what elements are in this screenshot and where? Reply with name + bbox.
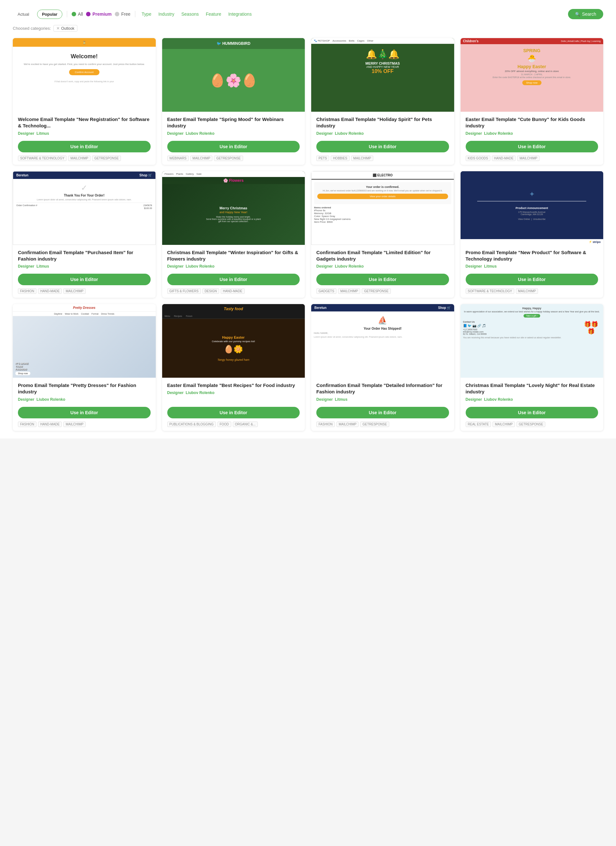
card-4-use-btn[interactable]: Use in Editor	[466, 141, 598, 152]
card-8: ✦ Product Announcement 175 Massachusetts…	[461, 171, 604, 298]
search-label: Search	[582, 12, 596, 17]
tag-remove-icon[interactable]: ✕	[56, 26, 60, 31]
category-tag-outlook[interactable]: ✕ Outlook	[53, 25, 77, 32]
night-contact: Contact Us 📘 🐦 📷 🔗 🎵 +12 34567890 info@m…	[463, 321, 580, 375]
card-1-designer-link[interactable]: Litmus	[37, 131, 49, 136]
card-4-body-text: Easter Email Template "Cute Bunny" for K…	[461, 112, 604, 139]
search-button[interactable]: 🔍 Search	[568, 9, 603, 19]
night-body-row: Contact Us 📘 🐦 📷 🔗 🎵 +12 34567890 info@m…	[463, 321, 601, 375]
recipes-body: Happy Easter Celebrate with our yummy re…	[162, 319, 305, 378]
card-1: ⏳ Welcome! We're excited to have you get…	[13, 38, 156, 165]
toggle-all-label: All	[78, 12, 83, 17]
tag: MAILCHIMP	[68, 156, 91, 161]
card-9-use-btn[interactable]: Use in Editor	[18, 407, 151, 418]
card-1-preview: ⏳ Welcome! We're excited to have you get…	[13, 38, 156, 112]
bells-icon: 🔔🎄🔔	[366, 49, 399, 60]
confirm-body: Your order is confirmed. Hi Jon, we've r…	[311, 179, 454, 244]
card-2-designer: Designer Liubov Rolenko	[167, 131, 300, 136]
filter-seasons[interactable]: Seasons	[179, 12, 201, 17]
beretun-shop: Shop 🛒	[139, 174, 152, 177]
card-12-use-btn[interactable]: Use in Editor	[466, 407, 598, 418]
card-9-tags: FASHION HAND-MADE MAILCHIMP	[13, 422, 156, 431]
card-9-designer-link[interactable]: Liubov Rolenko	[37, 397, 65, 402]
card-2-header: 🐦 HUMMINGBIRD	[162, 38, 305, 49]
tag: MAILCHIMP	[63, 422, 86, 427]
tag: GETRESPONSE	[92, 156, 121, 161]
card-5-use-btn[interactable]: Use in Editor	[18, 274, 151, 285]
card-3-body: Christmas Email Template "Holiday Spirit…	[311, 112, 454, 139]
pretty-header: Pretty Dresses	[13, 304, 156, 312]
card-8-use-btn[interactable]: Use in Editor	[466, 274, 598, 285]
tab-popular[interactable]: Popular	[37, 10, 62, 19]
beretun-body: ✓ Thank You For Your Order! Lorem ipsum …	[13, 179, 155, 244]
card-11-tags: FASHION MAILCHIMP GETRESPONSE	[311, 422, 454, 431]
card-8-title: Promo Email Template "New Product" for S…	[466, 249, 598, 262]
card-10-title: Easter Email Template "Best Recipes" for…	[167, 382, 300, 388]
tag: GETRESPONSE	[516, 422, 545, 427]
recipe-item: Tangy honey glazed ham	[217, 358, 249, 361]
order-info: Order Confirmation #2345678	[16, 203, 152, 206]
card-8-tags: SOFTWARE & TECHNOLOGY MAILCHIMP	[461, 288, 604, 298]
card-3-preview: 🐾 PETSHOP AccessoriesBeltsCagesOther 🔔🎄🔔…	[311, 38, 454, 112]
tag: KIDS GOODS	[466, 156, 490, 161]
card-10-body: Easter Email Template "Best Recipes" for…	[162, 378, 305, 405]
card-4-designer-link[interactable]: Liubov Rolenko	[484, 131, 513, 136]
tag: PUBLICATIONS & BLOGGING	[167, 422, 216, 427]
card-1-title: Welcome Email Template "New Registration…	[18, 116, 151, 129]
items-ordered: Items ordered iPhone 6s Memory: 32GB Col…	[314, 206, 451, 224]
tag: HAND-MADE	[492, 156, 516, 161]
card-8-preview: ✦ Product Announcement 175 Massachusetts…	[461, 171, 604, 245]
tag: HAND-MADE	[38, 422, 62, 427]
card-3-designer-link[interactable]: Liubov Rolenko	[335, 131, 364, 136]
product-announcement: Product Announcement	[516, 206, 548, 210]
card-1-use-btn[interactable]: Use in Editor	[18, 141, 151, 152]
tag: DESIGN	[202, 288, 219, 294]
card-7-use-btn[interactable]: Use in Editor	[316, 274, 449, 285]
card-5: Beretun Shop 🛒 ✓ Thank You For Your Orde…	[13, 171, 156, 298]
card-2: 🐦 HUMMINGBIRD 🥚🌸🥚 Easter Email Template …	[162, 38, 305, 165]
filter-integrations[interactable]: Integrations	[226, 12, 254, 17]
filter-industry[interactable]: Industry	[156, 12, 176, 17]
dot-free-icon	[115, 12, 119, 16]
card-6-designer-link[interactable]: Liubov Rolenko	[186, 264, 215, 269]
card-7-designer-link[interactable]: Liubov Rolenko	[335, 264, 364, 269]
card-2-title: Easter Email Template "Spring Mood" for …	[167, 116, 300, 129]
card-5-preview: Beretun Shop 🛒 ✓ Thank You For Your Orde…	[13, 171, 156, 245]
card-4-title: Easter Email Template "Cute Bunny" for K…	[466, 116, 598, 129]
card-11-use-btn[interactable]: Use in Editor	[316, 407, 449, 418]
toggle-free[interactable]: Free	[115, 12, 131, 17]
toggle-all[interactable]: All	[72, 12, 83, 17]
card-9-title: Promo Email Template "Pretty Dresses" fo…	[18, 382, 151, 395]
tab-actual[interactable]: Actual	[13, 10, 34, 19]
card-2-use-btn[interactable]: Use in Editor	[167, 141, 300, 152]
card-2-eggs: 🥚🌸🥚	[162, 49, 305, 112]
card-8-designer-link[interactable]: Litmus	[484, 264, 497, 269]
flowers-header: FlowersPlantsGallerySale	[162, 171, 305, 177]
card-8-body: Promo Email Template "New Product" for S…	[461, 245, 604, 272]
card-10-use-btn[interactable]: Use in Editor	[167, 407, 300, 418]
pretty-banner-text: IT'S MORETHANFASHION	[15, 362, 30, 371]
card-5-designer-link[interactable]: Litmus	[37, 264, 49, 269]
card-3-use-btn[interactable]: Use in Editor	[316, 141, 449, 152]
card-10-designer-link[interactable]: Liubov Rolenko	[186, 390, 215, 395]
chosen-label: Choosed categories:	[13, 26, 51, 31]
card-11-designer-link[interactable]: Litmus	[335, 397, 348, 402]
beretun-shop-2: Shop 🛒	[438, 306, 451, 309]
pretty-body: IT'S MORETHANFASHION Shop now	[13, 316, 156, 378]
card-12-designer-link[interactable]: Liubov Rolenko	[484, 397, 513, 402]
card-4: Children's Dolls | Arts&Crafts | Plush t…	[461, 38, 604, 165]
divider-1	[67, 11, 67, 17]
card-6-use-btn[interactable]: Use in Editor	[167, 274, 300, 285]
filter-type[interactable]: Type	[140, 12, 153, 17]
winter-title: Merry Christmas	[219, 206, 247, 210]
easter-title: Happy Easter	[222, 335, 245, 339]
xmas-discount: 10% OFF	[372, 69, 393, 74]
card-7-body: Confirmation Email Template "Limited Edi…	[311, 245, 454, 272]
filter-feature[interactable]: Feature	[204, 12, 223, 17]
toggle-premium[interactable]: Premium	[86, 12, 111, 17]
card-12: Happy, Happy In warm appreciation of our…	[461, 304, 604, 431]
card-1-tags: SOFTWARE & TECHNOLOGY MAILCHIMP GETRESPO…	[13, 156, 156, 165]
card-2-designer-link[interactable]: Liubov Rolenko	[186, 131, 215, 136]
night-greet: Happy, Happy	[463, 307, 601, 310]
card-9-designer: Designer Liubov Rolenko	[18, 397, 151, 402]
